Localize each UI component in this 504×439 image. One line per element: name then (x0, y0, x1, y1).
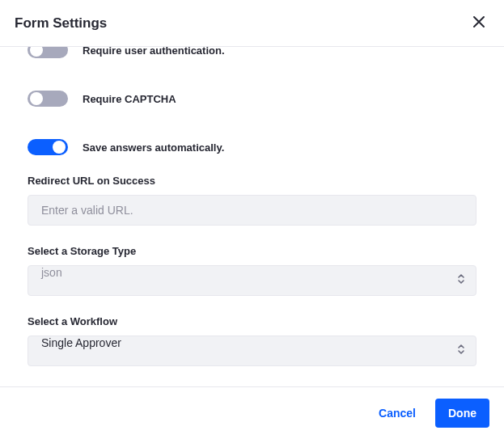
dialog-footer: Cancel Done (0, 386, 504, 439)
toggle-require-captcha[interactable] (28, 91, 68, 107)
cancel-button[interactable]: Cancel (374, 400, 421, 426)
toggle-label-autosave: Save answers automatically. (83, 141, 224, 154)
toggle-autosave[interactable] (28, 139, 68, 155)
select-workflow[interactable]: Single Approver (28, 336, 476, 366)
label-workflow: Select a Workflow (28, 315, 476, 327)
select-storage-type[interactable]: json (28, 265, 476, 296)
label-redirect-url: Redirect URL on Success (28, 175, 476, 187)
toggle-label-require-auth: Require user authentication. (83, 47, 225, 57)
done-button[interactable]: Done (435, 399, 489, 428)
dialog-body: Require user authentication. Require CAP… (0, 47, 504, 395)
input-redirect-url[interactable] (28, 195, 476, 226)
toggle-row-require-auth: Require user authentication. (28, 47, 476, 58)
field-workflow: Select a Workflow Single Approver (28, 315, 476, 366)
close-button[interactable] (468, 11, 489, 35)
label-storage-type: Select a Storage Type (28, 245, 476, 257)
toggle-row-require-captcha: Require CAPTCHA (28, 91, 476, 107)
dialog-header: Form Settings (0, 0, 504, 47)
field-redirect-url: Redirect URL on Success (28, 175, 476, 226)
close-icon (472, 15, 486, 32)
toggle-require-auth[interactable] (28, 47, 68, 58)
toggle-label-require-captcha: Require CAPTCHA (83, 93, 176, 105)
field-storage-type: Select a Storage Type json (28, 245, 476, 296)
dialog-title: Form Settings (15, 15, 107, 32)
toggle-row-autosave: Save answers automatically. (28, 139, 476, 155)
